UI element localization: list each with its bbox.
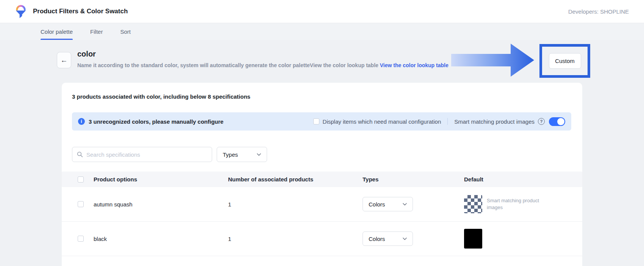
page-subtitle-text: Name it according to the standard color,… — [77, 62, 380, 68]
type-select[interactable]: Colors — [363, 197, 413, 211]
app-logo-icon — [15, 5, 27, 19]
annotation-arrow-icon — [451, 42, 535, 78]
black-swatch[interactable] — [464, 229, 482, 249]
color-lookup-link[interactable]: View the color lookup table — [380, 62, 449, 68]
filter-row: Types — [72, 147, 572, 162]
app-title: Product Filters & Color Swatch — [33, 8, 128, 15]
select-all-checkbox[interactable] — [78, 176, 84, 183]
chevron-down-icon — [257, 153, 261, 156]
manual-config-label: Display items which need manual configur… — [323, 118, 441, 125]
manual-config-checkbox[interactable] — [313, 118, 319, 124]
option-name: black — [94, 236, 228, 242]
default-label: Smart matching product images — [487, 197, 549, 211]
row-checkbox[interactable] — [78, 201, 84, 207]
developers-label: Developers: SHOPLINE — [568, 8, 629, 15]
table-header-row: Product options Number of associated pro… — [62, 172, 582, 187]
product-count: 1 — [228, 236, 363, 242]
col-header-associated-products: Number of associated products — [228, 176, 363, 183]
tab-filter-label: Filter — [90, 28, 103, 35]
chevron-down-icon — [403, 238, 407, 240]
specifications-table: Product options Number of associated pro… — [62, 172, 582, 256]
summary-text: 3 products associated with color, includ… — [72, 93, 572, 100]
help-icon[interactable]: ? — [538, 118, 545, 125]
search-icon — [77, 151, 83, 157]
type-select-label: Colors — [369, 201, 385, 208]
toggle-knob — [557, 118, 564, 125]
types-dropdown[interactable]: Types — [217, 147, 267, 162]
type-select-label: Colors — [369, 236, 385, 242]
smart-matching-label: Smart matching product images — [454, 118, 535, 125]
tab-color-palette-label: Color palette — [41, 28, 73, 35]
app-window: Product Filters & Color Swatch Developer… — [0, 0, 644, 266]
col-header-types: Types — [363, 176, 464, 183]
type-select[interactable]: Colors — [363, 231, 413, 246]
tab-sort[interactable]: Sort — [120, 23, 131, 40]
back-button[interactable]: ← — [57, 52, 71, 68]
smart-matching-checker-swatch[interactable] — [464, 195, 482, 213]
search-input[interactable] — [86, 151, 207, 158]
table-row: autumn squash 1 Colors Smart matching pr… — [62, 187, 582, 222]
product-count: 1 — [228, 201, 363, 208]
info-banner: i 3 unrecognized colors, please manually… — [72, 112, 571, 131]
option-name: autumn squash — [94, 201, 228, 208]
banner-text: 3 unrecognized colors, please manually c… — [89, 118, 224, 125]
default-cell: Smart matching product images — [464, 195, 582, 213]
smart-matching-group: Smart matching product images ? — [454, 117, 565, 126]
tab-color-palette[interactable]: Color palette — [41, 23, 73, 40]
page-title: color — [77, 50, 96, 58]
col-header-default: Default — [464, 176, 582, 183]
back-arrow-icon: ← — [61, 56, 68, 65]
types-dropdown-label: Types — [223, 151, 238, 158]
table-row: black 1 Colors — [62, 222, 582, 256]
banner-divider — [447, 118, 448, 125]
page-subtitle: Name it according to the standard color,… — [77, 62, 449, 68]
specifications-card: 3 products associated with color, includ… — [62, 83, 582, 266]
custom-highlight-box: Custom — [539, 44, 590, 78]
col-header-product-options: Product options — [94, 176, 228, 183]
smart-matching-toggle[interactable] — [549, 117, 565, 126]
row-checkbox[interactable] — [78, 236, 84, 242]
manual-config-group: Display items which need manual configur… — [313, 118, 441, 125]
tab-filter[interactable]: Filter — [90, 23, 103, 40]
default-cell — [464, 229, 582, 249]
search-box[interactable] — [72, 147, 212, 162]
custom-button[interactable]: Custom — [549, 53, 581, 69]
tab-sort-label: Sort — [120, 28, 131, 35]
info-icon: i — [78, 118, 85, 125]
tabbar: Color palette Filter Sort — [0, 23, 644, 40]
topbar: Product Filters & Color Swatch Developer… — [0, 0, 644, 23]
chevron-down-icon — [403, 203, 407, 206]
